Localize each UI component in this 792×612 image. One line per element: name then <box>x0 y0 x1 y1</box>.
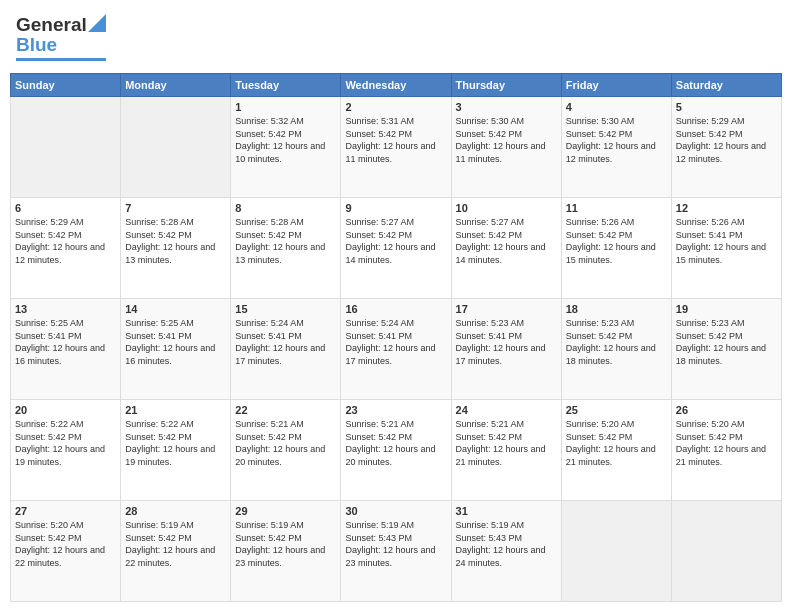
calendar-cell <box>671 501 781 602</box>
day-number: 13 <box>15 303 116 315</box>
day-info: Sunrise: 5:24 AMSunset: 5:41 PMDaylight:… <box>235 317 336 367</box>
logo-underline <box>16 58 106 61</box>
calendar-cell: 5Sunrise: 5:29 AMSunset: 5:42 PMDaylight… <box>671 97 781 198</box>
day-number: 8 <box>235 202 336 214</box>
weekday-header-friday: Friday <box>561 74 671 97</box>
day-info: Sunrise: 5:21 AMSunset: 5:42 PMDaylight:… <box>345 418 446 468</box>
day-number: 6 <box>15 202 116 214</box>
calendar-cell: 25Sunrise: 5:20 AMSunset: 5:42 PMDayligh… <box>561 400 671 501</box>
calendar-cell: 30Sunrise: 5:19 AMSunset: 5:43 PMDayligh… <box>341 501 451 602</box>
day-number: 17 <box>456 303 557 315</box>
calendar-cell: 15Sunrise: 5:24 AMSunset: 5:41 PMDayligh… <box>231 299 341 400</box>
day-info: Sunrise: 5:27 AMSunset: 5:42 PMDaylight:… <box>456 216 557 266</box>
day-info: Sunrise: 5:19 AMSunset: 5:43 PMDaylight:… <box>456 519 557 569</box>
day-number: 7 <box>125 202 226 214</box>
calendar-cell: 12Sunrise: 5:26 AMSunset: 5:41 PMDayligh… <box>671 198 781 299</box>
day-info: Sunrise: 5:19 AMSunset: 5:42 PMDaylight:… <box>125 519 226 569</box>
calendar-cell <box>11 97 121 198</box>
day-number: 21 <box>125 404 226 416</box>
calendar-cell: 10Sunrise: 5:27 AMSunset: 5:42 PMDayligh… <box>451 198 561 299</box>
day-info: Sunrise: 5:29 AMSunset: 5:42 PMDaylight:… <box>15 216 116 266</box>
calendar-cell: 7Sunrise: 5:28 AMSunset: 5:42 PMDaylight… <box>121 198 231 299</box>
calendar-cell: 29Sunrise: 5:19 AMSunset: 5:42 PMDayligh… <box>231 501 341 602</box>
logo-general-text: General <box>16 14 87 36</box>
calendar-cell: 14Sunrise: 5:25 AMSunset: 5:41 PMDayligh… <box>121 299 231 400</box>
calendar-cell: 24Sunrise: 5:21 AMSunset: 5:42 PMDayligh… <box>451 400 561 501</box>
calendar-cell <box>121 97 231 198</box>
svg-marker-0 <box>88 14 106 32</box>
calendar-cell: 22Sunrise: 5:21 AMSunset: 5:42 PMDayligh… <box>231 400 341 501</box>
day-number: 23 <box>345 404 446 416</box>
day-number: 16 <box>345 303 446 315</box>
calendar-cell: 2Sunrise: 5:31 AMSunset: 5:42 PMDaylight… <box>341 97 451 198</box>
header: General Blue <box>10 10 782 65</box>
calendar-cell: 13Sunrise: 5:25 AMSunset: 5:41 PMDayligh… <box>11 299 121 400</box>
weekday-header-row: SundayMondayTuesdayWednesdayThursdayFrid… <box>11 74 782 97</box>
day-info: Sunrise: 5:19 AMSunset: 5:43 PMDaylight:… <box>345 519 446 569</box>
calendar-cell: 4Sunrise: 5:30 AMSunset: 5:42 PMDaylight… <box>561 97 671 198</box>
day-number: 24 <box>456 404 557 416</box>
day-number: 27 <box>15 505 116 517</box>
day-info: Sunrise: 5:21 AMSunset: 5:42 PMDaylight:… <box>456 418 557 468</box>
day-number: 26 <box>676 404 777 416</box>
day-info: Sunrise: 5:32 AMSunset: 5:42 PMDaylight:… <box>235 115 336 165</box>
day-number: 31 <box>456 505 557 517</box>
calendar-cell: 8Sunrise: 5:28 AMSunset: 5:42 PMDaylight… <box>231 198 341 299</box>
day-info: Sunrise: 5:27 AMSunset: 5:42 PMDaylight:… <box>345 216 446 266</box>
calendar-cell: 1Sunrise: 5:32 AMSunset: 5:42 PMDaylight… <box>231 97 341 198</box>
day-number: 5 <box>676 101 777 113</box>
day-info: Sunrise: 5:24 AMSunset: 5:41 PMDaylight:… <box>345 317 446 367</box>
day-info: Sunrise: 5:26 AMSunset: 5:41 PMDaylight:… <box>676 216 777 266</box>
day-info: Sunrise: 5:23 AMSunset: 5:42 PMDaylight:… <box>566 317 667 367</box>
calendar-cell: 16Sunrise: 5:24 AMSunset: 5:41 PMDayligh… <box>341 299 451 400</box>
calendar-week-2: 6Sunrise: 5:29 AMSunset: 5:42 PMDaylight… <box>11 198 782 299</box>
day-number: 1 <box>235 101 336 113</box>
day-number: 3 <box>456 101 557 113</box>
day-number: 28 <box>125 505 226 517</box>
day-info: Sunrise: 5:25 AMSunset: 5:41 PMDaylight:… <box>15 317 116 367</box>
day-number: 14 <box>125 303 226 315</box>
weekday-header-wednesday: Wednesday <box>341 74 451 97</box>
day-number: 29 <box>235 505 336 517</box>
weekday-header-tuesday: Tuesday <box>231 74 341 97</box>
day-info: Sunrise: 5:28 AMSunset: 5:42 PMDaylight:… <box>125 216 226 266</box>
calendar-cell: 31Sunrise: 5:19 AMSunset: 5:43 PMDayligh… <box>451 501 561 602</box>
calendar-week-3: 13Sunrise: 5:25 AMSunset: 5:41 PMDayligh… <box>11 299 782 400</box>
day-info: Sunrise: 5:22 AMSunset: 5:42 PMDaylight:… <box>125 418 226 468</box>
day-info: Sunrise: 5:31 AMSunset: 5:42 PMDaylight:… <box>345 115 446 165</box>
day-number: 19 <box>676 303 777 315</box>
calendar-cell: 28Sunrise: 5:19 AMSunset: 5:42 PMDayligh… <box>121 501 231 602</box>
day-info: Sunrise: 5:19 AMSunset: 5:42 PMDaylight:… <box>235 519 336 569</box>
calendar-cell <box>561 501 671 602</box>
calendar-cell: 26Sunrise: 5:20 AMSunset: 5:42 PMDayligh… <box>671 400 781 501</box>
day-number: 2 <box>345 101 446 113</box>
calendar-cell: 21Sunrise: 5:22 AMSunset: 5:42 PMDayligh… <box>121 400 231 501</box>
day-number: 11 <box>566 202 667 214</box>
day-info: Sunrise: 5:30 AMSunset: 5:42 PMDaylight:… <box>566 115 667 165</box>
day-number: 10 <box>456 202 557 214</box>
calendar-cell: 3Sunrise: 5:30 AMSunset: 5:42 PMDaylight… <box>451 97 561 198</box>
day-info: Sunrise: 5:25 AMSunset: 5:41 PMDaylight:… <box>125 317 226 367</box>
day-info: Sunrise: 5:28 AMSunset: 5:42 PMDaylight:… <box>235 216 336 266</box>
calendar-cell: 17Sunrise: 5:23 AMSunset: 5:41 PMDayligh… <box>451 299 561 400</box>
calendar-cell: 11Sunrise: 5:26 AMSunset: 5:42 PMDayligh… <box>561 198 671 299</box>
calendar-cell: 6Sunrise: 5:29 AMSunset: 5:42 PMDaylight… <box>11 198 121 299</box>
calendar-table: SundayMondayTuesdayWednesdayThursdayFrid… <box>10 73 782 602</box>
calendar-cell: 18Sunrise: 5:23 AMSunset: 5:42 PMDayligh… <box>561 299 671 400</box>
day-info: Sunrise: 5:26 AMSunset: 5:42 PMDaylight:… <box>566 216 667 266</box>
calendar-cell: 9Sunrise: 5:27 AMSunset: 5:42 PMDaylight… <box>341 198 451 299</box>
day-number: 25 <box>566 404 667 416</box>
calendar-cell: 23Sunrise: 5:21 AMSunset: 5:42 PMDayligh… <box>341 400 451 501</box>
day-info: Sunrise: 5:20 AMSunset: 5:42 PMDaylight:… <box>566 418 667 468</box>
day-number: 18 <box>566 303 667 315</box>
logo: General Blue <box>16 14 106 61</box>
day-number: 12 <box>676 202 777 214</box>
day-number: 30 <box>345 505 446 517</box>
logo-triangle-icon <box>88 14 106 32</box>
day-info: Sunrise: 5:22 AMSunset: 5:42 PMDaylight:… <box>15 418 116 468</box>
day-info: Sunrise: 5:23 AMSunset: 5:41 PMDaylight:… <box>456 317 557 367</box>
calendar-week-1: 1Sunrise: 5:32 AMSunset: 5:42 PMDaylight… <box>11 97 782 198</box>
calendar-cell: 19Sunrise: 5:23 AMSunset: 5:42 PMDayligh… <box>671 299 781 400</box>
day-info: Sunrise: 5:23 AMSunset: 5:42 PMDaylight:… <box>676 317 777 367</box>
day-info: Sunrise: 5:21 AMSunset: 5:42 PMDaylight:… <box>235 418 336 468</box>
